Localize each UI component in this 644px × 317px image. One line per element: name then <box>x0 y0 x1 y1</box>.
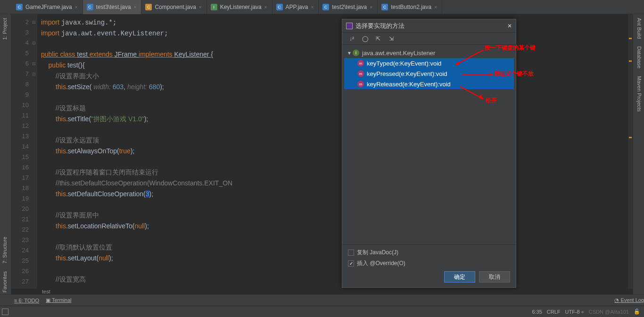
cancel-button[interactable]: 取消 <box>479 271 510 283</box>
tool-database[interactable]: Database <box>633 42 644 72</box>
circle-icon[interactable]: ◯ <box>360 34 370 43</box>
close-icon[interactable]: × <box>264 5 267 10</box>
checkbox-insert-override[interactable]: ✓插入 @Override(O) <box>348 259 510 267</box>
tab-gamejframe[interactable]: CGameJFrame.java× <box>12 0 83 14</box>
gutter: 2345678910111213141516171819202122232425… <box>11 14 37 289</box>
cursor-pos: 6:35 <box>532 309 542 315</box>
method-keytyped[interactable]: mkeyTyped(e:KeyEvent):void <box>344 58 514 68</box>
dialog-titlebar[interactable]: 选择要实现的方法 ✕ <box>342 19 516 33</box>
close-icon[interactable]: × <box>199 5 202 10</box>
tab-component[interactable]: CComponent.java× <box>141 0 206 14</box>
method-keyreleased[interactable]: mkeyReleased(e:KeyEvent):void <box>344 79 514 89</box>
tool-structure[interactable]: 7: Structure <box>0 233 9 267</box>
interface-node[interactable]: ▼Ijava.awt.event.KeyListener <box>344 48 514 58</box>
event-log[interactable]: ◔ Event Log <box>614 297 644 303</box>
right-tool-strip: Ant Build Database Maven Projects <box>633 14 644 302</box>
tab-testbutton2[interactable]: CtestButton2.java× <box>378 0 442 14</box>
fold-icon[interactable]: ⊟ <box>32 58 36 69</box>
tab-app[interactable]: CAPP.java× <box>272 0 319 14</box>
editor-tabs: CGameJFrame.java× Ctest3\test.java× CCom… <box>0 0 644 14</box>
method-keypressed[interactable]: mkeyPressed(e:KeyEvent):void <box>344 68 514 79</box>
dialog-title: 选择要实现的方法 <box>355 22 507 30</box>
close-icon[interactable]: × <box>134 5 137 10</box>
status-bar: 6:35 CRLF UTF-8 ÷ CSDN @Alita101 🔓 <box>0 306 644 317</box>
tab-keylistener[interactable]: IKeyListener.java× <box>207 0 272 14</box>
tool-todo[interactable]: ≡ 6: TODO <box>14 298 39 303</box>
tool-window-toggle-icon[interactable] <box>2 309 8 315</box>
tool-maven[interactable]: Maven Projects <box>633 72 644 116</box>
close-icon[interactable]: × <box>75 5 78 10</box>
close-icon[interactable]: ✕ <box>507 23 512 29</box>
dialog-toolbar: ↓² ◯ ⇱ ⇲ <box>342 33 516 45</box>
close-icon[interactable]: × <box>311 5 314 10</box>
tab-test2[interactable]: Ctest2\test.java× <box>319 0 378 14</box>
expand-icon[interactable]: ⇱ <box>373 34 383 43</box>
tab-test3[interactable]: Ctest3\test.java× <box>83 0 142 14</box>
intellij-icon <box>346 23 353 29</box>
left-tool-strip: 1: Project 7: Structure 2: Favorites <box>0 14 11 302</box>
line-ending[interactable]: CRLF <box>547 309 561 315</box>
editor[interactable]: import import javax.swing.*;javax.swing.… <box>37 14 633 289</box>
close-icon[interactable]: × <box>370 5 372 10</box>
method-tree[interactable]: ▼Ijava.awt.event.KeyListener mkeyTyped(e… <box>342 45 516 244</box>
fold-icon[interactable]: ⊟ <box>32 38 36 48</box>
close-icon[interactable]: × <box>434 5 437 10</box>
fold-icon[interactable]: ⊟ <box>32 69 36 79</box>
lock-icon[interactable]: 🔓 <box>634 309 640 315</box>
watermark: CSDN @Alita101 <box>589 309 629 315</box>
ok-button[interactable]: 确定 <box>444 271 475 283</box>
encoding[interactable]: UTF-8 ÷ <box>565 309 584 315</box>
fold-icon[interactable]: ⊟ <box>32 17 36 27</box>
dialog-footer: 复制 JavaDoc(J) ✓插入 @Override(O) 确定 取消 <box>342 244 516 287</box>
checkbox-copy-javadoc[interactable]: 复制 JavaDoc(J) <box>348 249 510 257</box>
tool-ant[interactable]: Ant Build <box>633 14 644 42</box>
tool-terminal[interactable]: ▣ Terminal <box>46 297 71 303</box>
sort-icon[interactable]: ↓² <box>347 34 356 43</box>
error-stripe[interactable] <box>628 14 633 289</box>
implement-methods-dialog: 选择要实现的方法 ✕ ↓² ◯ ⇱ ⇲ ▼Ijava.awt.event.Key… <box>342 19 516 288</box>
bottom-toolbar: ≡ 6: TODO ▣ Terminal ◔ Event Log <box>0 294 644 306</box>
collapse-icon[interactable]: ⇲ <box>387 34 396 43</box>
tool-project[interactable]: 1: Project <box>0 14 9 43</box>
